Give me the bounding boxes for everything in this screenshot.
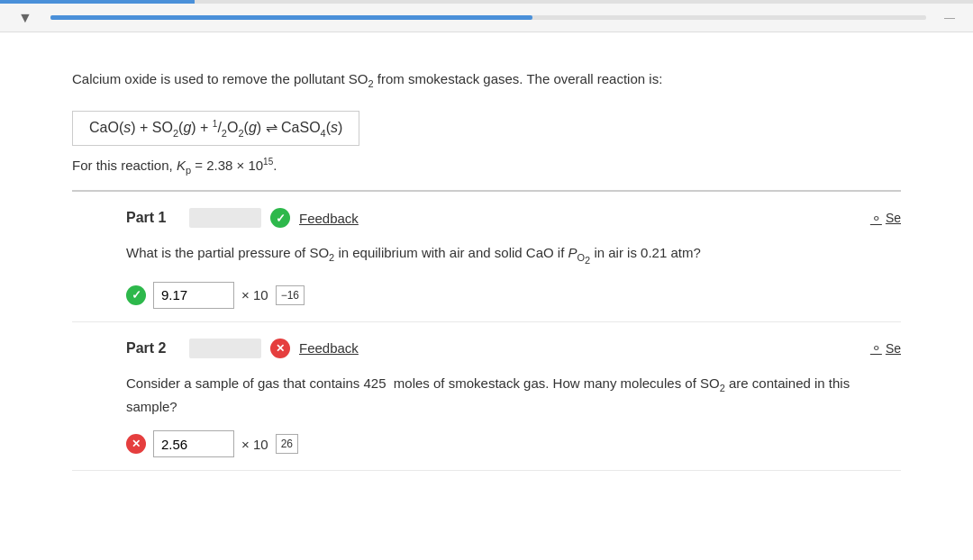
part2-exponent-box: 26 bbox=[276, 434, 298, 454]
part2-incorrect-icon bbox=[270, 339, 290, 358]
part2-answer-row: × 10 26 bbox=[126, 430, 901, 457]
nav-chevron-down[interactable]: ▼ bbox=[18, 10, 32, 26]
part1-progress-bar bbox=[189, 208, 261, 228]
part1-answer-correct-icon bbox=[126, 285, 146, 305]
part1-label: Part 1 bbox=[126, 210, 180, 226]
part1-section: Part 1 Feedback ⚬ Se What is the partial… bbox=[72, 192, 901, 322]
part1-hint-button[interactable]: ⚬ Se bbox=[870, 210, 901, 227]
nav-bar-label: — bbox=[944, 12, 955, 24]
part1-question: What is the partial pressure of SO2 in e… bbox=[126, 242, 901, 269]
part2-times-ten: × 10 bbox=[241, 437, 268, 452]
part1-answer-row: × 10 −16 bbox=[126, 282, 901, 309]
part2-progress-bar bbox=[189, 339, 261, 358]
intro-description: Calcium oxide is used to remove the poll… bbox=[72, 68, 901, 93]
part2-answer-incorrect-icon bbox=[126, 434, 146, 454]
part2-feedback-label: Feedback bbox=[299, 340, 359, 356]
part2-answer-input[interactable] bbox=[153, 430, 234, 457]
part1-hint-label: Se bbox=[886, 211, 901, 225]
part2-hint-icon: ⚬ bbox=[870, 339, 882, 357]
part2-label: Part 2 bbox=[126, 340, 180, 357]
part1-exponent-box: −16 bbox=[276, 285, 305, 305]
part2-hint-label: Se bbox=[886, 341, 901, 356]
part1-answer-input[interactable] bbox=[153, 282, 234, 309]
part1-correct-icon bbox=[270, 208, 290, 228]
kp-statement: For this reaction, Kp = 2.38 × 1015. bbox=[72, 157, 901, 176]
part2-section: Part 2 Feedback ⚬ Se Consider a sample o… bbox=[72, 322, 901, 472]
part1-feedback-label: Feedback bbox=[299, 211, 359, 226]
chemical-equation: CaO(s) + SO2(g) + 1/2O2(g) ⇌ CaSO4(s) bbox=[72, 111, 359, 147]
part2-feedback-button[interactable]: Feedback bbox=[299, 340, 359, 356]
part2-hint-button[interactable]: ⚬ Se bbox=[870, 339, 901, 357]
part2-question: Consider a sample of gas that contains 4… bbox=[126, 373, 901, 419]
part1-times-ten: × 10 bbox=[241, 287, 268, 303]
part1-hint-icon: ⚬ bbox=[870, 210, 882, 227]
part1-feedback-button[interactable]: Feedback bbox=[299, 211, 359, 226]
